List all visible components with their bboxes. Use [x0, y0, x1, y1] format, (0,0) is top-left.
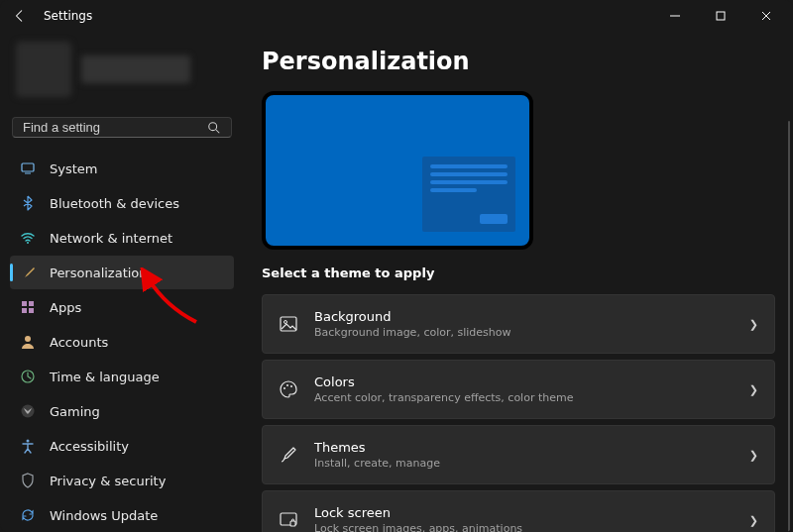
- card-subtitle: Accent color, transparency effects, colo…: [314, 391, 573, 404]
- sidebar-item-privacy[interactable]: Privacy & security: [10, 464, 234, 497]
- sidebar-item-system[interactable]: System: [10, 152, 234, 185]
- globe-clock-icon: [20, 369, 36, 384]
- lock-screen-icon: [279, 510, 298, 530]
- sidebar-item-label: Windows Update: [50, 508, 158, 523]
- sidebar: System Bluetooth & devices Network & int…: [0, 32, 244, 532]
- svg-point-14: [283, 387, 285, 389]
- sidebar-item-bluetooth[interactable]: Bluetooth & devices: [10, 186, 234, 220]
- sidebar-item-gaming[interactable]: Gaming: [10, 394, 234, 428]
- svg-rect-4: [22, 301, 27, 306]
- chevron-right-icon: ❯: [749, 383, 758, 396]
- svg-point-1: [209, 122, 217, 130]
- svg-rect-6: [22, 308, 27, 313]
- system-icon: [20, 160, 36, 176]
- sidebar-item-label: Apps: [50, 300, 81, 315]
- theme-subtitle: Select a theme to apply: [262, 266, 775, 280]
- sidebar-item-accounts[interactable]: Accounts: [10, 325, 234, 359]
- sidebar-item-personalization[interactable]: Personalization: [10, 256, 234, 289]
- back-button[interactable]: [4, 9, 36, 23]
- settings-cards: Background Background image, color, slid…: [262, 294, 775, 532]
- svg-rect-5: [29, 301, 34, 306]
- avatar: [16, 42, 71, 97]
- accessibility-icon: [20, 438, 36, 454]
- sidebar-item-label: Accessibility: [50, 439, 129, 454]
- card-themes[interactable]: Themes Install, create, manage ❯: [262, 425, 775, 484]
- card-subtitle: Lock screen images, apps, animations: [314, 522, 522, 532]
- search-input[interactable]: [23, 120, 207, 135]
- apps-icon: [20, 299, 36, 315]
- desktop-preview[interactable]: [262, 91, 533, 250]
- svg-point-8: [25, 336, 31, 342]
- svg-rect-18: [290, 521, 295, 526]
- svg-point-13: [284, 321, 287, 324]
- close-button[interactable]: [743, 0, 789, 32]
- palette-icon: [279, 379, 298, 399]
- nav: System Bluetooth & devices Network & int…: [10, 152, 234, 532]
- svg-point-3: [27, 242, 29, 244]
- paintbrush-icon: [20, 265, 36, 280]
- shield-icon: [20, 473, 36, 488]
- window-controls: [652, 0, 789, 32]
- preview-window: [422, 157, 515, 232]
- svg-rect-7: [29, 308, 34, 313]
- sidebar-item-time[interactable]: Time & language: [10, 360, 234, 393]
- xbox-icon: [20, 403, 36, 419]
- user-block[interactable]: [10, 32, 234, 113]
- main-content: Personalization Select a theme to apply …: [244, 32, 793, 532]
- card-subtitle: Background image, color, slideshow: [314, 326, 510, 339]
- sidebar-item-label: Gaming: [50, 404, 100, 419]
- page-title: Personalization: [262, 48, 775, 75]
- svg-point-15: [286, 384, 288, 386]
- card-subtitle: Install, create, manage: [314, 457, 440, 470]
- sidebar-item-label: Privacy & security: [50, 474, 166, 488]
- sidebar-item-label: Personalization: [50, 266, 148, 280]
- update-icon: [20, 507, 36, 523]
- card-title: Lock screen: [314, 505, 522, 520]
- sidebar-item-update[interactable]: Windows Update: [10, 498, 234, 532]
- person-icon: [20, 334, 36, 350]
- minimize-button[interactable]: [652, 0, 698, 32]
- card-title: Themes: [314, 440, 440, 455]
- search-icon: [207, 121, 221, 135]
- picture-icon: [279, 314, 298, 334]
- wifi-icon: [20, 230, 36, 246]
- chevron-right-icon: ❯: [749, 514, 758, 527]
- window-title: Settings: [44, 9, 92, 23]
- svg-rect-2: [22, 163, 34, 171]
- sidebar-item-accessibility[interactable]: Accessibility: [10, 429, 234, 463]
- svg-rect-0: [717, 12, 725, 20]
- sidebar-item-label: Time & language: [50, 370, 160, 384]
- card-lockscreen[interactable]: Lock screen Lock screen images, apps, an…: [262, 490, 775, 532]
- card-title: Background: [314, 309, 510, 324]
- search-box[interactable]: [12, 117, 232, 138]
- maximize-button[interactable]: [698, 0, 743, 32]
- sidebar-item-label: Bluetooth & devices: [50, 196, 179, 211]
- svg-rect-12: [281, 317, 296, 331]
- user-name: [81, 55, 190, 83]
- card-title: Colors: [314, 374, 573, 389]
- card-background[interactable]: Background Background image, color, slid…: [262, 294, 775, 354]
- chevron-right-icon: ❯: [749, 449, 758, 462]
- theme-preview-wrap: [262, 91, 775, 250]
- settings-window: Settings: [0, 0, 793, 532]
- svg-point-11: [27, 440, 30, 443]
- sidebar-item-apps[interactable]: Apps: [10, 290, 234, 324]
- scrollbar[interactable]: [788, 121, 790, 532]
- svg-point-16: [290, 385, 292, 387]
- sidebar-item-label: System: [50, 161, 97, 176]
- titlebar: Settings: [0, 0, 793, 32]
- chevron-right-icon: ❯: [749, 318, 758, 331]
- card-colors[interactable]: Colors Accent color, transparency effect…: [262, 360, 775, 419]
- bluetooth-icon: [20, 195, 36, 211]
- brush-icon: [279, 445, 298, 465]
- sidebar-item-label: Accounts: [50, 335, 108, 350]
- sidebar-item-network[interactable]: Network & internet: [10, 221, 234, 255]
- sidebar-item-label: Network & internet: [50, 231, 172, 246]
